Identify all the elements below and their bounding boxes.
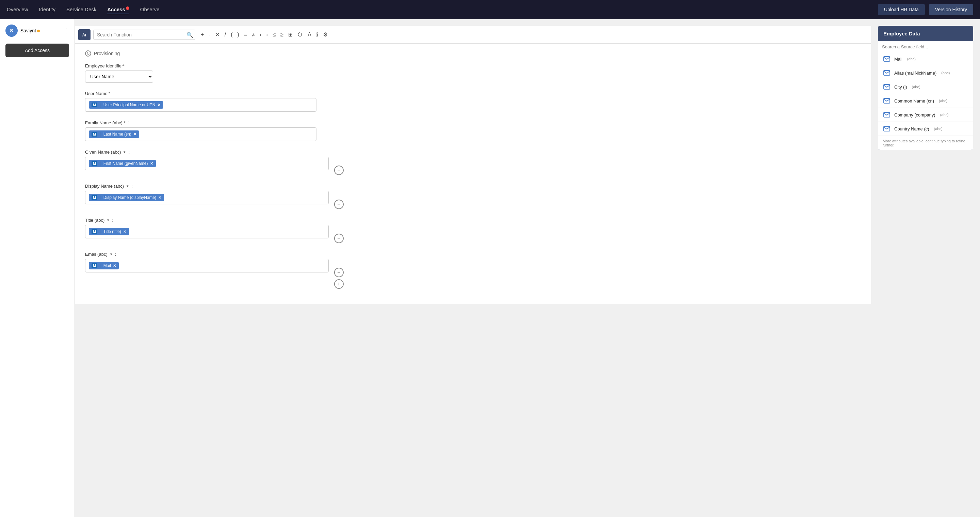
user-name-group: User Name * M | User Principal Name or U… — [85, 91, 344, 112]
divide-icon[interactable]: / — [224, 32, 226, 38]
settings-icon[interactable]: ⚙ — [323, 31, 328, 38]
plus-icon[interactable]: + — [201, 32, 204, 38]
email-dropdown-arrow[interactable]: ▾ — [110, 252, 112, 257]
family-name-field[interactable]: M | Last Name (sn) ✕ — [85, 128, 317, 141]
given-name-label: Given Name (abc) ▾ : — [85, 149, 344, 155]
title-token-remove[interactable]: ✕ — [123, 230, 126, 234]
top-navigation: Overview Identity Service Desk Access Ob… — [0, 0, 980, 19]
nav-access[interactable]: Access — [107, 5, 129, 14]
list-item[interactable]: Alias (mailNickName) (abc) — [878, 66, 973, 80]
display-name-token: M | Display Name (displayName) ✕ — [89, 194, 164, 201]
provisioning-header: Provisioning — [85, 50, 861, 57]
toolbar-icons: + - ✕ / ( ) = ≠ › ‹ ≤ ≥ ⊞ ⏱ A ℹ ⚙ — [201, 31, 328, 38]
employee-data-panel: Employee Data Mail (abc) Alias (mailNick… — [878, 26, 973, 150]
nav-overview[interactable]: Overview — [7, 5, 28, 14]
notequals-icon[interactable]: ≠ — [252, 32, 255, 38]
list-item[interactable]: Mail (abc) — [878, 52, 973, 66]
employee-panel-list: Mail (abc) Alias (mailNickName) (abc) Ci… — [878, 52, 973, 136]
user-name-token-remove[interactable]: ✕ — [158, 103, 161, 107]
item-type: (abc) — [941, 71, 950, 75]
token-icon: M — [92, 132, 97, 137]
item-label: Alias (mailNickName) — [894, 70, 937, 76]
family-name-label: Family Name (abc) * : — [85, 120, 344, 125]
list-item[interactable]: Common Name (cn) (abc) — [878, 94, 973, 108]
lparen-icon[interactable]: ( — [231, 32, 232, 38]
provisioning-label: Provisioning — [94, 51, 120, 56]
version-history-button[interactable]: Version History — [929, 4, 973, 15]
display-name-field[interactable]: M | Display Name (displayName) ✕ — [85, 191, 329, 204]
title-field[interactable]: M | Title (title) ✕ — [85, 225, 329, 238]
lte-icon[interactable]: ≤ — [273, 32, 276, 38]
title-dropdown-arrow[interactable]: ▾ — [107, 218, 109, 222]
formula-input-wrap: 🔍 — [93, 30, 195, 40]
display-name-remove-button[interactable] — [334, 199, 344, 209]
email-add-button[interactable] — [334, 279, 344, 289]
title-remove-button[interactable] — [334, 234, 344, 243]
email-field[interactable]: M | Mail ✕ — [85, 259, 329, 273]
user-name-label: User Name * — [85, 91, 344, 96]
rparen-icon[interactable]: ) — [237, 32, 239, 38]
employee-search-input[interactable] — [882, 44, 969, 49]
form-section: Employee Identifier* User Name User Name… — [85, 63, 344, 289]
email-row: M | Mail ✕ — [85, 259, 344, 289]
gte-icon[interactable]: ≥ — [280, 32, 283, 38]
grid-icon[interactable]: ⊞ — [288, 31, 293, 38]
formula-search-icon[interactable]: 🔍 — [186, 31, 193, 38]
family-name-token: M | Last Name (sn) ✕ — [89, 131, 139, 138]
fx-button[interactable]: fx — [78, 29, 91, 40]
access-badge — [126, 6, 129, 10]
info-icon[interactable]: ℹ — [316, 31, 318, 38]
add-access-button[interactable]: Add Access — [5, 44, 69, 57]
nav-right-buttons: Upload HR Data Version History — [878, 4, 973, 15]
email-token-remove[interactable]: ✕ — [113, 263, 116, 268]
item-type: (abc) — [934, 127, 943, 131]
employee-identifier-dropdown-row: User Name — [85, 70, 344, 83]
employee-identifier-select[interactable]: User Name — [85, 70, 153, 83]
title-label: Title (abc) ▾ : — [85, 217, 344, 223]
form-content: Provisioning Employee Identifier* User N… — [75, 44, 871, 304]
family-name-token-remove[interactable]: ✕ — [134, 132, 137, 137]
sidebar: S Saviynt ⋮ Add Access — [0, 19, 75, 517]
title-row: M | Title (title) ✕ — [85, 225, 344, 243]
display-name-dropdown-arrow[interactable]: ▾ — [127, 184, 129, 188]
city-field-icon — [883, 83, 891, 91]
email-remove-button[interactable] — [334, 268, 344, 277]
given-name-token-remove[interactable]: ✕ — [150, 161, 153, 166]
nav-service-desk[interactable]: Service Desk — [66, 5, 96, 14]
lt-icon[interactable]: ‹ — [266, 32, 268, 38]
given-name-row: M | First Name (givenName) ✕ — [85, 157, 344, 175]
equals-icon[interactable]: = — [244, 32, 247, 38]
employee-identifier-label: Employee Identifier* — [85, 63, 344, 69]
user-notify-dot — [37, 30, 40, 32]
search-function-input[interactable] — [93, 30, 195, 40]
mail-field-icon — [883, 55, 891, 63]
cn-field-icon — [883, 97, 891, 105]
multiply-icon[interactable]: ✕ — [215, 31, 220, 38]
item-label: Mail — [894, 57, 902, 62]
alias-field-icon — [883, 69, 891, 77]
given-name-field[interactable]: M | First Name (givenName) ✕ — [85, 157, 329, 170]
nav-identity[interactable]: Identity — [39, 5, 56, 14]
user-name-field[interactable]: M | User Principal Name or UPN ✕ — [85, 98, 317, 112]
title-token: M | Title (title) ✕ — [89, 228, 129, 235]
list-item[interactable]: City (l) (abc) — [878, 80, 973, 94]
text-icon[interactable]: A — [308, 32, 311, 38]
given-name-dropdown-arrow[interactable]: ▾ — [124, 150, 126, 154]
nav-observe[interactable]: Observe — [140, 5, 159, 14]
gt-icon[interactable]: › — [259, 32, 261, 38]
upload-hr-data-button[interactable]: Upload HR Data — [878, 4, 925, 15]
family-name-group: Family Name (abc) * : M | Last Name (sn)… — [85, 120, 344, 141]
employee-panel-header: Employee Data — [878, 26, 973, 41]
minus-icon[interactable]: - — [208, 32, 210, 38]
user-name-token: M | User Principal Name or UPN ✕ — [89, 101, 163, 109]
clock-icon[interactable]: ⏱ — [298, 32, 303, 38]
title-group: Title (abc) ▾ : M | Title (title) ✕ — [85, 217, 344, 243]
list-item[interactable]: Company (company) (abc) — [878, 108, 973, 122]
given-name-remove-button[interactable] — [334, 166, 344, 175]
item-type: (abc) — [907, 57, 916, 61]
user-menu-dots[interactable]: ⋮ — [63, 27, 69, 34]
employee-panel-footer: More attributes available, continue typi… — [878, 136, 973, 150]
display-name-token-remove[interactable]: ✕ — [158, 195, 161, 200]
content-area: fx 🔍 + - ✕ / ( ) = ≠ › ‹ ≤ ≥ — [75, 19, 980, 517]
list-item[interactable]: Country Name (c) (abc) — [878, 122, 973, 136]
